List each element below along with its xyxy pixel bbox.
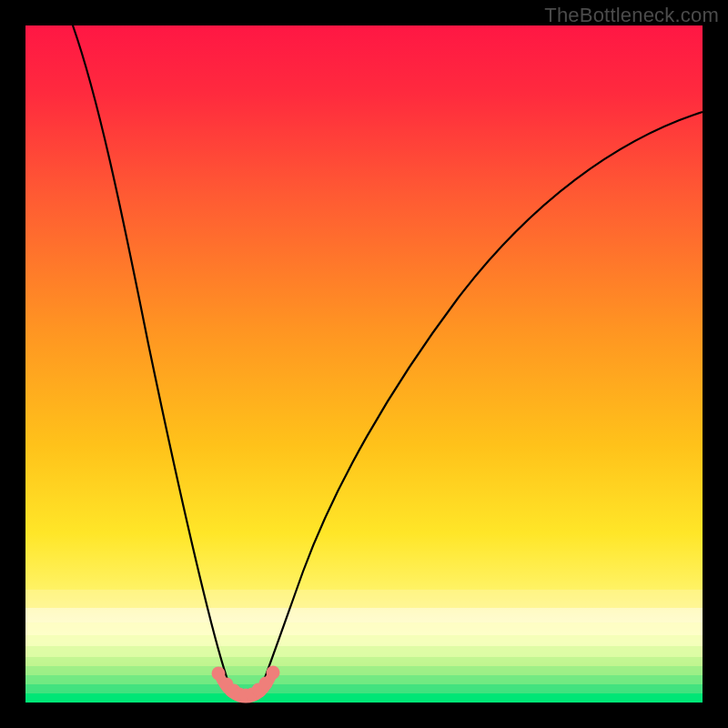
plot-frame (25, 25, 703, 703)
watermark-text: TheBottleneck.com (544, 4, 719, 27)
marker-dot (212, 667, 226, 681)
marker-dot (267, 666, 280, 680)
right-curve (259, 112, 703, 693)
curves-layer (25, 25, 703, 703)
left-curve (73, 25, 232, 693)
